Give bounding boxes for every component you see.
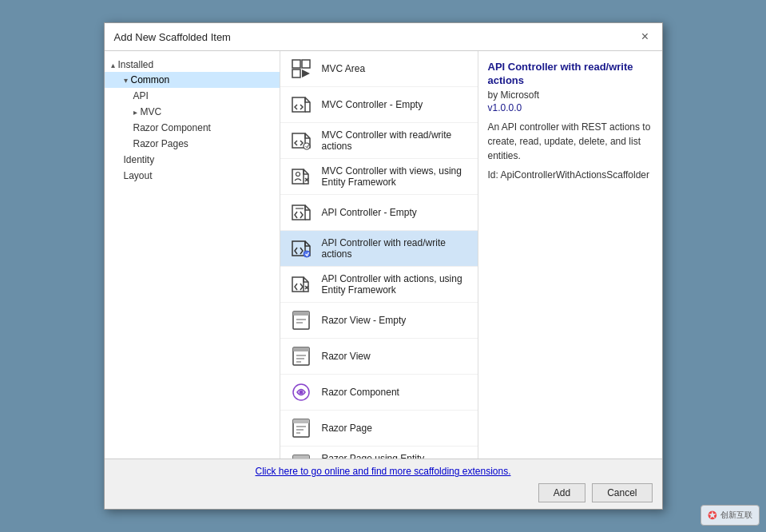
mvc-controller-readwrite-icon — [290, 129, 312, 152]
detail-id: Id: ApiControllerWithActionsScaffolder — [488, 169, 653, 181]
left-panel: ▴ Installed ▾ Common API ▸ MVC Razor Com… — [105, 51, 280, 459]
scaffolding-item-razor-page-ef[interactable]: Razor Page using Entity Framework — [280, 447, 478, 459]
installed-label: Installed — [118, 59, 154, 70]
detail-version: v1.0.0.0 — [488, 102, 653, 113]
svg-point-5 — [304, 143, 310, 149]
razor-page-ef-label: Razor Page using Entity Framework — [322, 453, 468, 459]
api-controller-readwrite-label: API Controller with read/write actions — [322, 237, 468, 260]
mvc-controller-empty-label: MVC Controller - Empty — [322, 99, 423, 110]
razor-component-label: Razor Component — [322, 387, 399, 398]
razor-view-label: Razor View — [322, 351, 371, 362]
dialog-titlebar: Add New Scaffolded Item × — [105, 23, 662, 51]
sidebar-item-identity[interactable]: Identity — [105, 152, 280, 168]
razor-view-empty-label: Razor View - Empty — [322, 315, 407, 326]
svg-rect-13 — [293, 312, 309, 316]
cancel-button[interactable]: Cancel — [592, 483, 652, 502]
api-controller-empty-label: API Controller - Empty — [322, 207, 417, 218]
sidebar-item-layout[interactable]: Layout — [105, 168, 280, 184]
add-button[interactable]: Add — [538, 483, 585, 502]
mvc-arrow: ▸ — [133, 108, 137, 117]
sidebar-item-mvc[interactable]: ▸ MVC — [105, 104, 280, 120]
razor-component-icon — [290, 381, 312, 403]
dialog-body: ▴ Installed ▾ Common API ▸ MVC Razor Com… — [105, 51, 662, 459]
scaffolding-item-api-controller-readwrite[interactable]: API Controller with read/write actions — [280, 231, 478, 267]
close-button[interactable]: × — [638, 30, 653, 44]
svg-rect-8 — [292, 205, 305, 220]
api-controller-actions-ef-icon — [290, 273, 312, 296]
razor-page-ef-icon — [290, 453, 312, 459]
api-controller-actions-ef-label: API Controller with actions, using Entit… — [322, 273, 468, 296]
sidebar-item-common-label: Common — [131, 74, 170, 85]
svg-point-10 — [304, 251, 310, 257]
svg-point-17 — [299, 391, 303, 395]
common-arrow: ▾ — [124, 76, 128, 85]
watermark: ✪ 创新互联 — [701, 505, 760, 526]
svg-rect-19 — [293, 419, 309, 423]
sidebar-item-common[interactable]: ▾ Common — [105, 72, 280, 88]
scaffolding-item-mvc-controller-views-ef[interactable]: MVC Controller with views, using Entity … — [280, 159, 478, 195]
sidebar-item-api-label: API — [133, 90, 149, 101]
svg-rect-21 — [293, 455, 309, 459]
scaffolding-items-panel: MVC Area MVC Controller - Empty — [280, 51, 478, 459]
find-extensions-link[interactable]: Click here to go online and find more sc… — [256, 466, 511, 477]
razor-page-label: Razor Page — [322, 423, 372, 434]
sidebar-item-razor-component[interactable]: Razor Component — [105, 120, 280, 136]
sidebar-item-mvc-label: MVC — [141, 106, 162, 117]
scaffolding-item-razor-component[interactable]: Razor Component — [280, 375, 478, 411]
api-controller-empty-icon — [290, 201, 312, 224]
mvc-controller-views-ef-label: MVC Controller with views, using Entity … — [322, 165, 468, 188]
scaffolding-item-mvc-controller-empty[interactable]: MVC Controller - Empty — [280, 87, 478, 123]
svg-point-7 — [296, 173, 300, 177]
razor-page-icon — [290, 417, 312, 439]
sidebar-item-layout-label: Layout — [124, 170, 153, 181]
sidebar-item-razor-pages-label: Razor Pages — [133, 138, 189, 149]
scaffolding-item-api-controller-empty[interactable]: API Controller - Empty — [280, 195, 478, 231]
detail-author: by Microsoft — [488, 89, 653, 101]
detail-description: An API controller with REST actions to c… — [488, 120, 653, 163]
detail-title: API Controller with read/write actions — [488, 61, 653, 88]
svg-rect-0 — [292, 60, 300, 68]
svg-rect-3 — [292, 97, 305, 112]
mvc-controller-empty-icon — [290, 93, 312, 116]
watermark-text: 创新互联 — [720, 510, 752, 521]
mvc-controller-views-ef-icon — [290, 165, 312, 188]
razor-view-empty-icon — [290, 309, 312, 332]
sidebar-item-api[interactable]: API — [105, 88, 280, 104]
detail-panel: API Controller with read/write actions b… — [478, 51, 662, 459]
mvc-area-icon — [290, 58, 312, 80]
svg-rect-1 — [302, 60, 310, 68]
svg-rect-15 — [293, 347, 309, 351]
add-scaffolded-item-dialog: Add New Scaffolded Item × ▴ Installed ▾ … — [104, 22, 663, 510]
dialog-title: Add New Scaffolded Item — [114, 31, 231, 43]
api-controller-readwrite-icon — [290, 237, 312, 260]
sidebar-item-razor-component-label: Razor Component — [133, 122, 211, 133]
watermark-icon: ✪ — [708, 509, 717, 522]
mvc-area-label: MVC Area — [322, 63, 366, 74]
razor-view-icon — [290, 345, 312, 367]
installed-arrow: ▴ — [111, 61, 115, 69]
mvc-controller-readwrite-label: MVC Controller with read/write actions — [322, 129, 468, 152]
scaffolding-item-mvc-area[interactable]: MVC Area — [280, 51, 478, 87]
dialog-footer: Click here to go online and find more sc… — [105, 459, 662, 509]
svg-rect-11 — [292, 277, 304, 292]
scaffolding-item-razor-view[interactable]: Razor View — [280, 339, 478, 375]
scaffolding-item-razor-page[interactable]: Razor Page — [280, 411, 478, 447]
sidebar-item-razor-pages[interactable]: Razor Pages — [105, 136, 280, 152]
sidebar-item-identity-label: Identity — [124, 154, 155, 165]
scaffolding-item-mvc-controller-readwrite[interactable]: MVC Controller with read/write actions — [280, 123, 478, 159]
footer-buttons: Add Cancel — [114, 483, 653, 502]
scaffolding-item-api-controller-actions-ef[interactable]: API Controller with actions, using Entit… — [280, 267, 478, 303]
scaffolding-item-razor-view-empty[interactable]: Razor View - Empty — [280, 303, 478, 339]
svg-rect-2 — [292, 69, 300, 77]
installed-section: ▴ Installed — [105, 58, 280, 72]
